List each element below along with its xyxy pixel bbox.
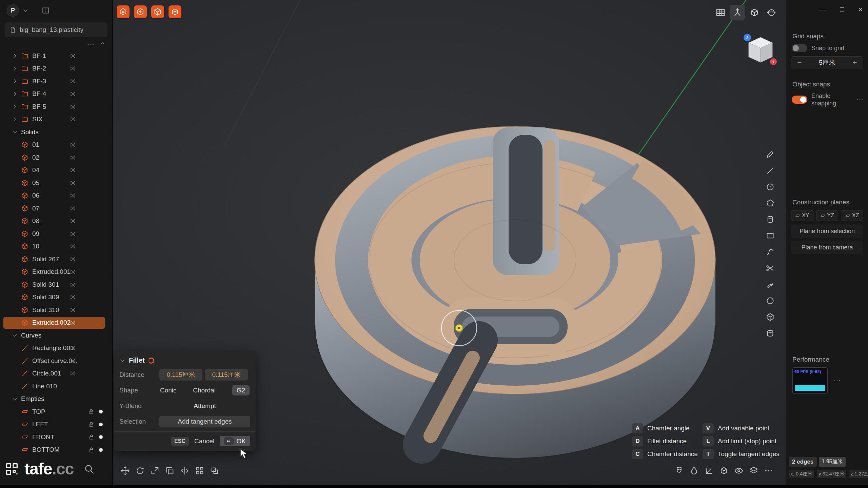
offset-curve-tool[interactable] — [764, 279, 776, 290]
mirror-tool[interactable] — [180, 466, 190, 475]
tree-item-solid-310[interactable]: Solid 310 — [0, 304, 112, 317]
tree-collapse-button[interactable]: ^ — [101, 40, 104, 48]
line-tool[interactable] — [764, 165, 776, 176]
tree-item-left[interactable]: LEFT — [0, 418, 112, 431]
tree-item-empties[interactable]: Empties — [0, 393, 112, 406]
visibility-tool[interactable] — [734, 466, 744, 475]
enable-snapping-toggle[interactable] — [792, 96, 807, 104]
visibility-dot[interactable] — [99, 435, 103, 439]
app-logo[interactable]: P — [7, 4, 19, 17]
tree-more-button[interactable]: ⋯ — [88, 40, 94, 48]
polygon-tool[interactable] — [764, 198, 776, 208]
search-icon[interactable] — [84, 464, 95, 474]
revolve-tool[interactable] — [764, 328, 776, 339]
tree-item-06[interactable]: 06 — [0, 189, 112, 202]
tree-item-rectangle-001[interactable]: Rectangle.001 — [0, 342, 112, 355]
view-cube[interactable]: 2 x — [742, 29, 779, 66]
array-tool[interactable] — [195, 466, 204, 475]
tree-item-10[interactable]: 10 — [0, 240, 112, 253]
yblend-value[interactable]: Attempt — [194, 402, 216, 410]
ok-button[interactable]: ↵ OK — [220, 436, 250, 446]
tree-item-circle-001[interactable]: Circle.001 — [0, 367, 112, 380]
profile-tool[interactable] — [117, 5, 130, 18]
length-badge[interactable]: 1.95厘米 — [819, 457, 846, 467]
view-cube-badge-top[interactable]: 2 — [744, 34, 751, 41]
viewport-3d[interactable]: 2 x AChamfer angleDFillet distanceCChamf… — [113, 0, 786, 488]
circle-tool[interactable] — [764, 296, 776, 306]
gizmo-toggle[interactable] — [730, 5, 745, 20]
orbit-toggle[interactable] — [764, 5, 779, 20]
measure-tool[interactable] — [704, 466, 714, 475]
shape-option-g2[interactable]: G2 — [232, 385, 250, 395]
add-tangent-edges-button[interactable]: Add tangent edges — [159, 416, 250, 427]
plane-from-selection-button[interactable]: Plane from selection — [791, 224, 863, 238]
tree-item-top[interactable]: TOP — [0, 405, 112, 418]
visibility-dot[interactable] — [99, 410, 103, 413]
tree-item-curves[interactable]: Curves — [0, 329, 112, 342]
visibility-dot[interactable] — [99, 448, 103, 452]
tree-item-07[interactable]: 07 — [0, 202, 112, 215]
view-cube-badge-bottom[interactable]: x — [770, 58, 777, 65]
box-tool[interactable] — [764, 312, 776, 322]
tree-item-08[interactable]: 08 — [0, 215, 112, 228]
tree-item-six[interactable]: SIX — [0, 113, 112, 126]
grid-size-decrease-button[interactable]: − — [795, 58, 804, 67]
maximize-button[interactable]: □ — [840, 5, 844, 14]
tree-item-04[interactable]: 04 — [0, 164, 112, 177]
model-solid[interactable] — [315, 126, 715, 459]
distance-input-1[interactable]: 0.115厘米 — [159, 369, 202, 381]
cancel-button[interactable]: Cancel — [194, 438, 214, 445]
close-button[interactable]: × — [859, 5, 863, 14]
tree-item-bf-2[interactable]: BF-2 — [0, 62, 112, 75]
rotate-tool[interactable] — [135, 466, 145, 475]
shape-option-conic[interactable]: Conic — [160, 387, 177, 394]
tree-item-bf-5[interactable]: BF-5 — [0, 100, 112, 113]
rectangle-tool[interactable] — [764, 230, 776, 241]
cylinder-tool[interactable] — [764, 214, 776, 225]
visibility-dot[interactable] — [99, 423, 103, 426]
tree-item-bf-4[interactable]: BF-4 — [0, 88, 112, 101]
tree-item-09[interactable]: 09 — [0, 227, 112, 240]
tree-item-solid-267[interactable]: Solid 267 — [0, 253, 112, 266]
grid-size-increase-button[interactable]: + — [851, 58, 859, 67]
tree-item-bottom[interactable]: BOTTOM — [0, 444, 112, 456]
tree-item-solid-309[interactable]: Solid 309 — [0, 291, 112, 304]
tree-item-bf-3[interactable]: BF-3 — [0, 75, 112, 88]
tree-item-extruded-002[interactable]: Extruded.002 — [0, 317, 112, 329]
open-file-row[interactable]: big_bang_13.plasticity — [5, 22, 107, 37]
copy-tool[interactable] — [165, 466, 175, 475]
minimize-button[interactable]: — — [818, 5, 826, 14]
tree-item-solid-301[interactable]: Solid 301 — [0, 278, 112, 291]
solid-tool[interactable] — [169, 5, 181, 18]
instance-tool[interactable] — [210, 466, 219, 475]
grid-size-value[interactable]: 5厘米 — [819, 58, 835, 67]
tree-item-extruded-001[interactable]: Extruded.001 — [0, 266, 112, 279]
spline-tool[interactable] — [764, 247, 776, 257]
tree-item-01[interactable]: 01 — [0, 139, 112, 151]
panel-toggle-icon[interactable] — [41, 6, 50, 15]
extrude-tool[interactable] — [134, 5, 147, 18]
plane-button-xz[interactable]: XZ — [841, 210, 863, 221]
chevron-down-icon[interactable] — [22, 7, 28, 14]
plane-button-xy[interactable]: XY — [791, 210, 813, 221]
tree-item-line-010[interactable]: Line.010 — [0, 380, 112, 393]
distance-input-2[interactable]: 0.115厘米 — [205, 369, 248, 381]
tree-item-front[interactable]: FRONT — [0, 431, 112, 444]
tree-item-05[interactable]: 05 — [0, 177, 112, 189]
plane-from-camera-button[interactable]: Plane from camera — [791, 241, 863, 254]
layers-tool[interactable] — [749, 466, 758, 475]
pencil-tool[interactable] — [764, 149, 776, 160]
move-tool[interactable] — [120, 466, 130, 475]
performance-more-button[interactable]: ⋯ — [834, 377, 841, 385]
shape-option-chordal[interactable]: Chordal — [193, 387, 216, 394]
material-tool[interactable] — [689, 466, 699, 475]
snap-to-grid-toggle[interactable] — [792, 44, 807, 52]
bounds-tool[interactable] — [719, 466, 729, 475]
plane-button-yz[interactable]: YZ — [816, 210, 839, 221]
snap-tool[interactable] — [674, 466, 684, 475]
grid-toggle[interactable] — [713, 5, 728, 20]
scale-tool[interactable] — [150, 466, 160, 475]
tree-item-solids[interactable]: Solids — [0, 126, 112, 139]
fillet-dialog-header[interactable]: Fillet — [114, 354, 256, 367]
more-tools[interactable] — [764, 466, 773, 475]
